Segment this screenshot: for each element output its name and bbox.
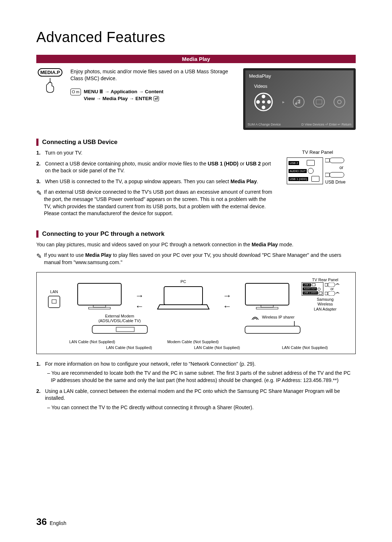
usb-stick-icon bbox=[325, 172, 346, 178]
step-sub: You are recommended to locate both the T… bbox=[51, 370, 351, 383]
step-text: For more information on how to configure… bbox=[45, 361, 256, 367]
port-audio-label: AUDIO OUT bbox=[289, 169, 307, 173]
step-text: Connect a USB device containing photo, m… bbox=[45, 161, 208, 167]
step-bold: USB 1 (HDD) bbox=[208, 161, 238, 167]
svg-rect-23 bbox=[256, 307, 278, 309]
usb-stick-icon bbox=[325, 157, 346, 164]
menu-path-line1: MENU Ⅲ → Application → Content bbox=[84, 89, 164, 94]
svg-rect-17 bbox=[78, 283, 121, 305]
laptop-icon bbox=[156, 284, 211, 311]
cable-lan-1: LAN Cable (Not Supplied) bbox=[69, 340, 115, 344]
wifi-signal-icon bbox=[250, 314, 260, 321]
screenshot-foot-right: D View Devices ⏎ Enter ↩ Return bbox=[302, 123, 351, 126]
svg-rect-25 bbox=[328, 283, 335, 287]
svg-rect-8 bbox=[316, 100, 322, 104]
tv-icon bbox=[76, 282, 123, 311]
lan-label: LAN bbox=[43, 290, 65, 294]
intro-description: Enjoy photos, music and/or movie files s… bbox=[70, 68, 236, 82]
rear-panel-label-2: TV Rear Panel bbox=[302, 278, 349, 282]
wall-jack-icon bbox=[47, 295, 61, 311]
subheading-usb: Connecting a USB Device bbox=[36, 139, 356, 146]
wireless-adapter-icon bbox=[325, 283, 339, 287]
cable-lan-2: LAN Cable (Not Supplied) bbox=[106, 345, 152, 350]
usb-drive-label: USB Drive bbox=[325, 180, 346, 185]
svg-point-3 bbox=[262, 106, 265, 109]
bidirectional-arrow-icon: →← bbox=[223, 291, 232, 312]
page-footer: 36 English bbox=[36, 516, 66, 527]
intro-text: Enjoy photos, music and/or movie files s… bbox=[70, 68, 236, 130]
screenshot-thumb-row: ▸ bbox=[253, 91, 350, 113]
page-title: Advanced Features bbox=[36, 29, 356, 45]
menu-path: O m MENU Ⅲ → Application → Content View … bbox=[70, 89, 236, 102]
step-text: or bbox=[238, 161, 246, 167]
screenshot-category: Videos bbox=[254, 84, 350, 89]
svg-rect-19 bbox=[89, 307, 110, 309]
or-label: or bbox=[325, 165, 346, 170]
router-icon bbox=[244, 321, 302, 335]
router-device: Wireless IP sharer bbox=[231, 314, 314, 336]
pc-note: ✎ If you want to use Media Play to play … bbox=[36, 252, 356, 266]
screenshot-foot-left: SUM A Change Device bbox=[248, 123, 281, 126]
settings-icon bbox=[333, 96, 346, 108]
svg-rect-16 bbox=[52, 300, 56, 303]
rear-panel-adapter: TV Rear Panel USB 2 AUDIO OUT USB 1 (HDD… bbox=[302, 278, 349, 312]
svg-rect-20 bbox=[164, 287, 203, 305]
modem-label-2: (ADSL/VDSL/Cable TV) bbox=[78, 319, 162, 323]
tv-rear-panel: USB 2 AUDIO OUT USB 1 (HDD) bbox=[287, 157, 323, 184]
svg-rect-29 bbox=[116, 327, 134, 332]
wireless-adapter-icon bbox=[325, 291, 339, 296]
section-bar-media-play: Media Play bbox=[36, 55, 356, 63]
usb-note: ✎ If an external USB device connected to… bbox=[36, 189, 272, 217]
port-audio-label-2: AUDIO OUT bbox=[303, 287, 317, 291]
svg-rect-24 bbox=[325, 283, 328, 286]
adapter-line2: Wireless bbox=[318, 302, 333, 306]
modem-device: External Modem (ADSL/VDSL/Cable TV) bbox=[78, 314, 162, 337]
step-text: . bbox=[257, 178, 258, 184]
sharer-label: Wireless IP sharer bbox=[262, 315, 295, 320]
pc-label: PC bbox=[154, 279, 212, 284]
tv-device-2 bbox=[242, 282, 293, 312]
usb-drive-group: or USB Drive bbox=[325, 157, 346, 185]
tv-screenshot: MediaPlay Videos ▸ SUM A Change Device D… bbox=[243, 68, 356, 130]
or-label-2: or bbox=[331, 287, 334, 291]
usb-two-col: Turn on your TV. Connect a USB device co… bbox=[36, 149, 356, 223]
svg-point-9 bbox=[334, 97, 345, 107]
usb-steps-column: Turn on your TV. Connect a USB device co… bbox=[36, 149, 272, 223]
svg-point-4 bbox=[256, 100, 260, 104]
note-text: If you want to use Media Play to play fi… bbox=[44, 252, 356, 266]
svg-rect-14 bbox=[330, 172, 344, 177]
adapter-line1: Samsung bbox=[317, 297, 334, 301]
svg-rect-15 bbox=[48, 296, 60, 308]
svg-rect-27 bbox=[328, 291, 335, 296]
list-item: Using a LAN cable, connect between the e… bbox=[36, 388, 356, 411]
port-jack bbox=[318, 288, 320, 291]
list-item: Turn on your TV. bbox=[36, 149, 272, 157]
page-number: 36 bbox=[36, 516, 47, 527]
pc-intro: You can play pictures, music and videos … bbox=[36, 241, 356, 249]
usb-diagram-column: TV Rear Panel USB 2 AUDIO OUT USB 1 (HDD… bbox=[279, 149, 356, 223]
svg-rect-21 bbox=[245, 283, 289, 305]
port-usb2-label-2: USB 2 bbox=[303, 283, 311, 287]
photo-icon bbox=[313, 96, 325, 108]
cable-lan-4: LAN Cable (Not Supplied) bbox=[282, 345, 328, 350]
note-icon: ✎ bbox=[36, 189, 42, 217]
port-slot bbox=[319, 292, 322, 295]
intro-row: MEDIA.P Enjoy photos, music and/or movie… bbox=[36, 68, 356, 130]
media-p-button: MEDIA.P bbox=[38, 68, 62, 77]
network-diagram: LAN →← PC →← TV Rear Panel USB 2 AUDIO O… bbox=[36, 272, 356, 354]
pc-steps: For more information on how to configure… bbox=[36, 361, 356, 411]
svg-point-2 bbox=[267, 100, 271, 104]
pc-intro-post: mode. bbox=[278, 242, 294, 247]
svg-rect-31 bbox=[245, 326, 300, 333]
note-icon: ✎ bbox=[36, 252, 42, 266]
port-usb2-label: USB 2 bbox=[289, 161, 299, 165]
list-item: When USB is connected to the TV, a popup… bbox=[36, 178, 272, 185]
pc-intro-pre: You can play pictures, music and videos … bbox=[36, 242, 252, 247]
note-text: If an external USB device connected to t… bbox=[44, 189, 272, 217]
pc-device: PC bbox=[154, 279, 212, 311]
rear-panel-label: TV Rear Panel bbox=[279, 149, 356, 155]
svg-point-10 bbox=[338, 100, 341, 104]
svg-point-5 bbox=[262, 100, 265, 103]
cable-lan-3: LAN Cable (Not Supplied) bbox=[194, 345, 240, 350]
svg-point-7 bbox=[314, 97, 324, 107]
